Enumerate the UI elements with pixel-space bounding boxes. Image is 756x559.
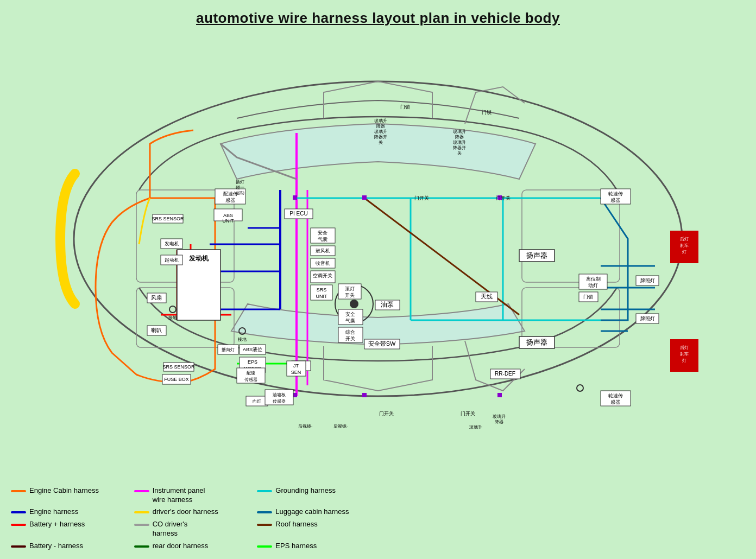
svg-text:ABS液位: ABS液位 <box>243 347 262 352</box>
svg-text:开关: 开关 <box>345 336 355 341</box>
svg-text:关: 关 <box>379 140 383 145</box>
svg-rect-25 <box>293 195 297 200</box>
svg-text:门开关: 门开关 <box>379 411 394 416</box>
legend-engine-cabin: Engine Cabin harness <box>11 486 123 505</box>
legend-battery-plus: Battery + harness <box>11 520 123 538</box>
legend-instrument-panel: Instrument panelwire harness <box>134 486 247 505</box>
svg-text:感器: 感器 <box>225 198 235 203</box>
page-title: automotive wire harness layout plan in v… <box>0 0 756 27</box>
svg-text:顶灯: 顶灯 <box>345 286 355 291</box>
svg-text:UNIT: UNIT <box>316 294 327 299</box>
svg-text:门锁: 门锁 <box>400 104 410 110</box>
svg-text:关: 关 <box>457 151 462 156</box>
legend-drivers-door: driver's door harness <box>134 507 247 517</box>
svg-text:灯: 灯 <box>682 250 686 255</box>
svg-text:综合: 综合 <box>345 329 355 335</box>
svg-text:降器开: 降器开 <box>374 135 387 139</box>
svg-text:牌照灯: 牌照灯 <box>640 278 655 283</box>
legend-eps: EPS harness <box>257 542 369 551</box>
svg-rect-30 <box>497 393 502 397</box>
svg-text:玻璃升: 玻璃升 <box>453 129 466 134</box>
legend-co-driver: CO driver'sharness <box>134 520 247 538</box>
svg-text:JT: JT <box>293 363 299 369</box>
svg-text:传感器: 传感器 <box>244 377 257 382</box>
svg-text:感器: 感器 <box>610 198 620 203</box>
svg-text:降器开: 降器开 <box>453 145 466 150</box>
svg-text:门锁: 门锁 <box>583 294 593 300</box>
svg-text:油箱板: 油箱板 <box>273 392 286 397</box>
svg-text:玻璃升: 玻璃升 <box>453 140 466 145</box>
svg-text:动灯: 动灯 <box>588 283 598 288</box>
svg-text:刹车: 刹车 <box>680 243 689 248</box>
svg-text:开关: 开关 <box>345 293 355 298</box>
svg-text:刹车: 刹车 <box>680 352 689 357</box>
svg-text:轮速传: 轮速传 <box>608 393 623 398</box>
svg-text:发电机: 发电机 <box>165 241 179 246</box>
svg-text:安全: 安全 <box>345 312 355 317</box>
svg-text:降器: 降器 <box>495 420 503 424</box>
svg-text:天线: 天线 <box>481 293 493 300</box>
svg-rect-29 <box>362 393 367 397</box>
svg-text:向灯: 向灯 <box>253 399 261 404</box>
svg-text:SEN: SEN <box>291 370 301 375</box>
svg-text:风扇: 风扇 <box>151 295 162 301</box>
svg-text:安全带SW: 安全带SW <box>368 340 396 347</box>
svg-text:空调开关: 空调开关 <box>313 273 332 278</box>
svg-text:FUSE BOX: FUSE BOX <box>164 377 189 382</box>
svg-rect-26 <box>362 195 367 200</box>
svg-point-84 <box>169 306 176 313</box>
svg-text:碰一: 碰一 <box>235 185 244 190</box>
svg-text:门开关: 门开关 <box>461 411 475 416</box>
svg-text:扬声器: 扬声器 <box>526 251 547 259</box>
svg-text:起动机: 起动机 <box>165 257 179 263</box>
svg-text:门开关: 门开关 <box>496 195 511 201</box>
svg-text:灯: 灯 <box>682 358 686 363</box>
svg-text:轮速传: 轮速传 <box>608 191 623 196</box>
svg-text:接地: 接地 <box>168 315 177 320</box>
svg-text:SRS SENSOR: SRS SENSOR <box>162 364 195 370</box>
svg-text:SRS SENSOR: SRS SENSOR <box>152 216 184 221</box>
svg-text:SRS: SRS <box>317 287 327 293</box>
diagram-container: 发动机 ABS UNIT SRS SENSOR PI ECU 安全 气囊 鼓风机… <box>30 38 726 429</box>
legend-roof: Roof harness <box>257 520 369 538</box>
legend-grounding: Grounding harness <box>257 486 369 505</box>
svg-text:ABS: ABS <box>223 213 233 218</box>
svg-text:扬声器: 扬声器 <box>526 338 547 346</box>
svg-text:UNIT: UNIT <box>223 218 234 224</box>
legend-rear-door: rear door harness <box>134 542 247 551</box>
svg-point-86 <box>577 385 583 391</box>
svg-text:感器: 感器 <box>610 399 620 405</box>
svg-text:玻璃升: 玻璃升 <box>493 414 506 419</box>
svg-text:起助: 起助 <box>236 190 244 195</box>
svg-text:传感器: 传感器 <box>273 399 286 404</box>
svg-text:后视镜-: 后视镜- <box>333 424 348 429</box>
svg-text:牌照灯: 牌照灯 <box>640 316 655 321</box>
svg-text:降器: 降器 <box>455 135 464 139</box>
svg-text:配速: 配速 <box>247 371 255 376</box>
svg-text:降器: 降器 <box>376 124 385 129</box>
svg-text:喇叭: 喇叭 <box>151 327 162 333</box>
svg-text:气囊: 气囊 <box>345 318 355 323</box>
svg-text:接地: 接地 <box>238 337 247 342</box>
svg-text:油泵: 油泵 <box>381 301 394 308</box>
legend-luggage-cabin: Luggage cabin harness <box>257 507 369 517</box>
wiring-diagram: 发动机 ABS UNIT SRS SENSOR PI ECU 安全 气囊 鼓风机… <box>30 38 726 429</box>
legend-battery-minus: Battery - harness <box>11 542 123 551</box>
svg-text:EPS: EPS <box>248 359 257 365</box>
svg-text:后灯: 后灯 <box>680 345 689 350</box>
svg-text:玻璃升: 玻璃升 <box>374 118 387 123</box>
legend-engine: Engine harness <box>11 507 123 517</box>
svg-text:RR-DEF: RR-DEF <box>495 371 515 377</box>
svg-text:后灯: 后灯 <box>680 237 689 242</box>
svg-point-32 <box>350 300 358 308</box>
svg-text:门锁: 门锁 <box>482 110 492 115</box>
svg-text:插灯: 插灯 <box>236 180 244 185</box>
svg-text:玻璃升: 玻璃升 <box>374 129 387 134</box>
legend: Engine Cabin harness Instrument panelwir… <box>11 486 369 551</box>
svg-text:后视镜-: 后视镜- <box>298 424 313 429</box>
svg-text:玻璃升: 玻璃升 <box>469 425 482 429</box>
svg-text:发动机: 发动机 <box>188 255 209 262</box>
svg-text:鼓风机: 鼓风机 <box>316 248 330 253</box>
svg-text:收音机: 收音机 <box>316 261 330 266</box>
svg-text:播向灯: 播向灯 <box>222 347 235 352</box>
